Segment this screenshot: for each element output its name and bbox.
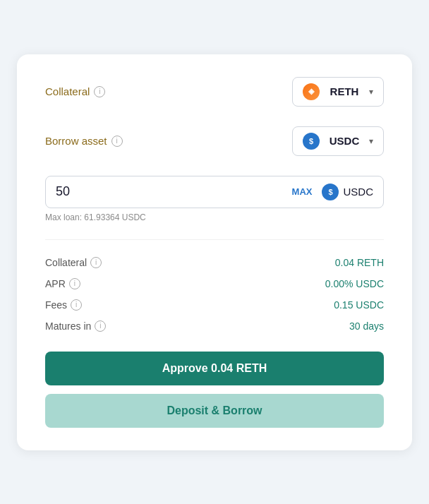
borrow-chevron-icon: ▾ [369,136,373,146]
apr-info-icon[interactable]: i [69,278,80,289]
input-usdc-icon: $ [322,184,339,200]
matures-info-row: Matures in i 30 days [45,320,384,332]
max-button[interactable]: MAX [288,185,317,198]
divider [45,239,384,240]
fees-info-value: 0.15 USDC [334,299,384,311]
deposit-borrow-button[interactable]: Deposit & Borrow [45,394,384,428]
matures-info-key: Matures in i [45,320,106,332]
borrow-token-dropdown[interactable]: $ USDC ▾ [292,126,384,156]
collateral-token-dropdown[interactable]: ◈ RETH ▾ [292,77,384,107]
matures-info-icon[interactable]: i [95,320,106,332]
apr-info-row: APR i 0.00% USDC [45,278,384,289]
collateral-info-key: Collateral i [45,257,102,268]
borrow-asset-field-row: Borrow asset i $ USDC ▾ [45,126,384,156]
borrow-info-icon[interactable]: i [111,136,123,147]
collateral-field-row: Collateral i ◈ RETH ▾ [45,77,384,107]
usdc-icon: $ [303,133,320,150]
collateral-info-icon[interactable]: i [94,86,105,97]
fees-info-icon[interactable]: i [71,299,82,311]
matures-info-value: 30 days [349,320,384,332]
approve-button[interactable]: Approve 0.04 RETH [45,352,384,385]
borrow-card: Collateral i ◈ RETH ▾ Borrow asset i $ U… [17,54,412,450]
collateral-info-row: Collateral i 0.04 RETH [45,257,384,268]
collateral-info-value: 0.04 RETH [335,257,384,268]
borrow-token-name: USDC [330,135,360,147]
collateral-token-name: RETH [330,85,359,97]
input-token-name: USDC [343,186,373,198]
max-loan-text: Max loan: 61.93364 USDC [45,212,384,222]
reth-icon: ◈ [303,83,320,100]
fees-info-key: Fees i [45,299,82,311]
amount-input-row: MAX $ USDC [45,176,384,208]
amount-input-section: MAX $ USDC Max loan: 61.93364 USDC [45,176,384,222]
collateral-detail-info-icon[interactable]: i [90,257,102,268]
amount-input[interactable] [56,184,282,199]
collateral-chevron-icon: ▾ [369,87,373,97]
apr-info-key: APR i [45,278,80,289]
collateral-label: Collateral i [45,85,105,97]
info-rows: Collateral i 0.04 RETH APR i 0.00% USDC … [45,257,384,332]
fees-info-row: Fees i 0.15 USDC [45,299,384,311]
apr-info-value: 0.00% USDC [325,278,384,289]
input-token-display: $ USDC [322,184,373,200]
borrow-label: Borrow asset i [45,135,123,147]
